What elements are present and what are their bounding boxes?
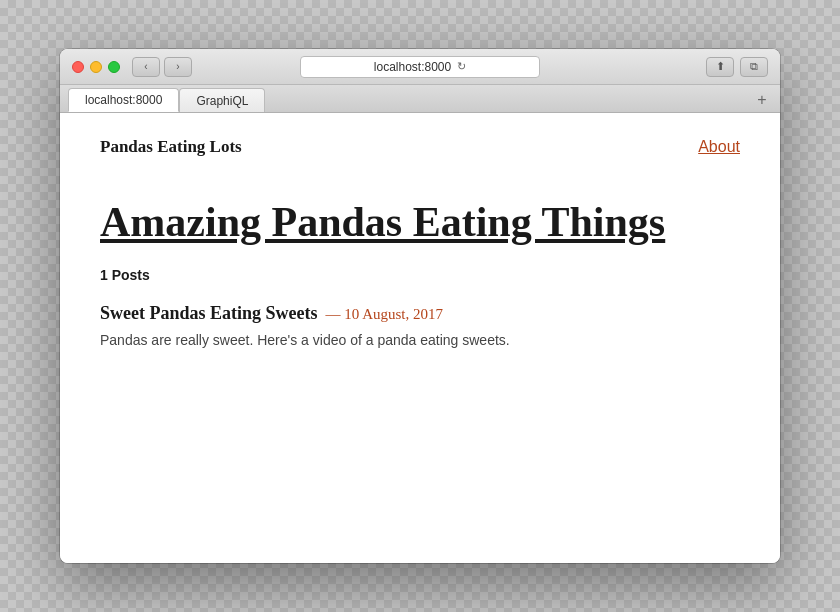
toolbar-right: ⬆ ⧉ bbox=[706, 57, 768, 77]
browser-window: ‹ › localhost:8000 ↻ ⬆ ⧉ localhost:8000 bbox=[60, 49, 780, 563]
page-title: Amazing Pandas Eating Things bbox=[100, 197, 740, 247]
tab-graphiql-label: GraphiQL bbox=[196, 94, 248, 108]
add-tab-button[interactable]: + bbox=[752, 90, 772, 110]
page-content: Pandas Eating Lots About Amazing Pandas … bbox=[60, 113, 780, 563]
tab-localhost-label: localhost:8000 bbox=[85, 93, 162, 107]
site-title: Pandas Eating Lots bbox=[100, 137, 242, 157]
tab-localhost[interactable]: localhost:8000 bbox=[68, 88, 179, 112]
share-button[interactable]: ⬆ bbox=[706, 57, 734, 77]
posts-count: 1 Posts bbox=[100, 267, 740, 283]
add-tab-icon: + bbox=[757, 91, 766, 109]
about-link[interactable]: About bbox=[698, 138, 740, 156]
post-title-line: Sweet Pandas Eating Sweets — 10 August, … bbox=[100, 303, 740, 324]
minimize-button[interactable] bbox=[90, 61, 102, 73]
post-title: Sweet Pandas Eating Sweets bbox=[100, 303, 318, 324]
address-text: localhost:8000 bbox=[374, 60, 451, 74]
maximize-button[interactable] bbox=[108, 61, 120, 73]
refresh-icon[interactable]: ↻ bbox=[457, 60, 466, 73]
share-icon: ⬆ bbox=[716, 60, 725, 73]
site-header: Pandas Eating Lots About bbox=[60, 113, 780, 177]
titlebar: ‹ › localhost:8000 ↻ ⬆ ⧉ bbox=[60, 49, 780, 85]
new-window-icon: ⧉ bbox=[750, 60, 758, 73]
address-bar-container: localhost:8000 ↻ bbox=[60, 56, 780, 78]
tab-graphiql[interactable]: GraphiQL bbox=[179, 88, 265, 112]
post-date: — 10 August, 2017 bbox=[326, 306, 444, 323]
post-item: Sweet Pandas Eating Sweets — 10 August, … bbox=[100, 303, 740, 351]
post-excerpt: Pandas are really sweet. Here's a video … bbox=[100, 330, 740, 351]
main-content: Amazing Pandas Eating Things 1 Posts Swe… bbox=[60, 177, 780, 403]
traffic-lights bbox=[72, 61, 120, 73]
address-bar[interactable]: localhost:8000 ↻ bbox=[300, 56, 540, 78]
tab-bar: localhost:8000 GraphiQL + bbox=[60, 85, 780, 113]
new-window-button[interactable]: ⧉ bbox=[740, 57, 768, 77]
close-button[interactable] bbox=[72, 61, 84, 73]
